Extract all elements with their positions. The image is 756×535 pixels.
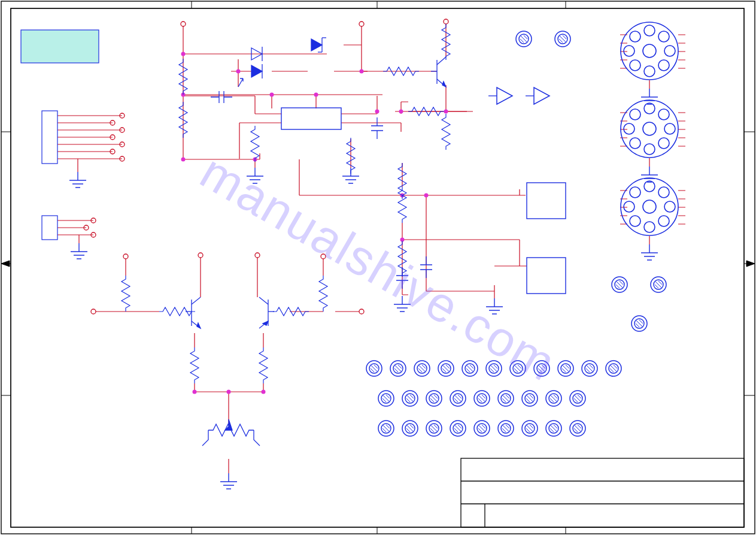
connector-j2 [42, 216, 57, 240]
pad-row-3 [378, 421, 585, 436]
transistor-q3 [259, 297, 274, 328]
potentiometer-rv1 [202, 419, 260, 446]
tube-socket-3 [621, 178, 678, 235]
svg-rect-56 [461, 458, 744, 527]
diode-d1 [238, 64, 262, 87]
svg-rect-1 [11, 8, 744, 527]
tube-socket-2 [621, 100, 678, 158]
schematic-page: manualshive.com [0, 0, 756, 535]
pad-mid-right [612, 277, 666, 331]
title-block [461, 458, 744, 527]
buffer-2 [526, 87, 549, 104]
transistor-q1 [431, 57, 446, 87]
pad-top-pair [516, 31, 570, 47]
wiring-nets [57, 24, 685, 473]
svg-line-48 [192, 297, 201, 304]
schematic-svg [0, 0, 756, 535]
info-annotation-box [21, 30, 99, 63]
junctions [181, 52, 448, 394]
resistors [122, 24, 450, 383]
ic-u1 [281, 108, 341, 129]
svg-rect-39 [281, 108, 341, 129]
pad-row-2 [378, 391, 585, 406]
open-terminals [84, 19, 448, 314]
connector-j1 [42, 111, 57, 164]
svg-line-44 [437, 57, 446, 65]
svg-rect-40 [527, 183, 566, 219]
svg-rect-32 [42, 111, 57, 164]
capacitors [211, 91, 432, 289]
drawing-frame [1, 1, 755, 534]
svg-rect-0 [1, 1, 755, 534]
tube-socket-1 [621, 22, 678, 80]
svg-rect-14 [21, 30, 99, 63]
diode-d2 [311, 38, 326, 52]
svg-line-52 [259, 297, 268, 304]
buffer-1 [488, 87, 512, 104]
svg-rect-41 [527, 258, 566, 294]
svg-rect-33 [42, 216, 57, 240]
pad-row-1 [366, 361, 621, 376]
module-u2 [527, 183, 566, 219]
module-u3 [527, 258, 566, 294]
